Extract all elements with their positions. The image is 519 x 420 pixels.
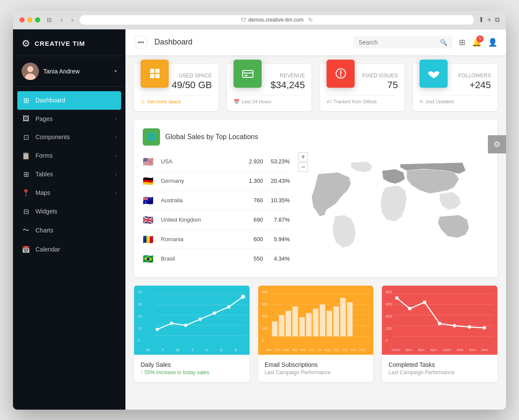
back-icon[interactable]: ‹ <box>58 16 65 24</box>
stat-cards: Used Space 49/50 GB ⚠ Get more space <box>134 64 497 111</box>
calendar-icon: 📅 <box>22 245 30 254</box>
sidebar-item-label: Charts <box>35 227 53 234</box>
chevron-right-icon: › <box>115 135 117 140</box>
svg-rect-33 <box>285 311 291 336</box>
svg-rect-35 <box>299 317 305 336</box>
components-icon: ⊡ <box>22 133 30 141</box>
svg-rect-40 <box>333 306 339 336</box>
zoom-out-icon[interactable]: − <box>298 162 308 172</box>
sidebar-item-maps[interactable]: 📍 Maps › <box>13 184 125 202</box>
country-name: Romania <box>161 236 248 242</box>
svg-point-50 <box>423 300 426 304</box>
forward-icon[interactable]: › <box>69 16 76 24</box>
chart-card-tasks: 8006004002000 <box>382 286 497 382</box>
content-area: Used Space 49/50 GB ⚠ Get more space <box>125 55 506 391</box>
sidebar-toggle-icon[interactable]: ⊟ <box>45 16 54 24</box>
notification-icon[interactable]: 🔔 5 <box>472 38 481 47</box>
chart-growth: ↑ 55% increase in today sales <box>141 369 243 375</box>
sidebar-item-label: Tables <box>35 171 53 178</box>
logo-text: CREATIVE TIM <box>35 40 85 47</box>
svg-point-48 <box>395 296 399 299</box>
svg-rect-4 <box>155 69 160 73</box>
flag-gb: 🇬🇧 <box>143 215 156 225</box>
user-profile[interactable]: Tania Andrew ▾ <box>13 56 125 87</box>
maximize-button[interactable] <box>35 17 40 22</box>
calendar-icon: 📅 <box>234 99 240 105</box>
location-row: 🇩🇪 Germany 1.300 20.43% <box>143 172 290 191</box>
location-row: 🇦🇺 Australia 760 10.35% <box>143 191 290 210</box>
svg-point-54 <box>483 326 486 329</box>
chart-y-labels: 8006004002000 <box>385 290 392 343</box>
flag-de: 🇩🇪 <box>143 176 156 186</box>
sidebar-item-charts[interactable]: 〜 Charts <box>13 221 125 240</box>
world-map-svg <box>298 160 489 260</box>
chart-info: Daily Sales ↑ 55% increase in today sale… <box>134 355 250 382</box>
duplicate-icon[interactable]: ⧉ <box>495 16 500 24</box>
svg-rect-5 <box>150 74 154 78</box>
dashboard-icon: ⊞ <box>22 96 30 105</box>
stat-footer: ⚠ Get more space <box>141 95 212 105</box>
sidebar-item-label: Maps <box>35 189 50 196</box>
close-button[interactable] <box>19 17 25 22</box>
logo-icon: ⚙ <box>22 38 30 49</box>
search-icon[interactable]: 🔍 <box>440 39 447 46</box>
stat-footer: 📅 Last 24 Hours <box>234 95 305 105</box>
sidebar-logo: ⚙ CREATIVE TIM <box>13 29 125 56</box>
stat-footer: 🏷 Tracked from Github <box>327 95 398 104</box>
location-row: 🇺🇸 USA 2.920 53.23% <box>143 152 290 172</box>
sidebar-item-calendar[interactable]: 📅 Calendar <box>13 240 125 259</box>
main-content: ⚙ ••• Dashboard 🔍 ⊞ 🔔 5 👤 <box>125 29 506 410</box>
chart-subtitle: Last Campaign Performance <box>388 369 491 375</box>
svg-point-12 <box>340 76 341 77</box>
chevron-right-icon: › <box>115 153 117 158</box>
stat-card-used-space: Used Space 49/50 GB ⚠ Get more space <box>134 64 218 111</box>
sidebar-item-tables[interactable]: ⊞ Tables › <box>13 165 125 184</box>
svg-rect-31 <box>272 321 277 336</box>
svg-point-19 <box>156 328 159 331</box>
settings-fab[interactable]: ⚙ <box>488 135 506 153</box>
tasks-chart <box>386 289 493 345</box>
section-header: 🌐 Global Sales by Top Locations <box>143 128 489 146</box>
widgets-icon: ⊟ <box>22 207 30 216</box>
svg-point-53 <box>468 325 471 328</box>
percent: 53.23% <box>268 158 290 165</box>
sidebar-item-dashboard[interactable]: ⊞ Dashboard <box>17 91 121 110</box>
sidebar-item-label: Widgets <box>35 208 58 215</box>
country-name: Germany <box>161 178 243 184</box>
chart-title: Daily Sales <box>141 361 243 368</box>
percent: 4.34% <box>268 255 290 262</box>
count: 550 <box>253 255 263 262</box>
share-icon[interactable]: ⬆ <box>478 16 484 24</box>
sidebar-item-widgets[interactable]: ⊟ Widgets <box>13 202 125 221</box>
country-name: USA <box>161 158 243 165</box>
grid-view-icon[interactable]: ⊞ <box>459 38 465 47</box>
sidebar-item-pages[interactable]: 🖼 Pages › <box>13 110 125 128</box>
search-input[interactable] <box>359 39 436 46</box>
shield-icon: 🛡 <box>241 17 246 23</box>
percent: 20.43% <box>268 178 290 184</box>
sidebar-item-components[interactable]: ⊡ Components › <box>13 128 125 146</box>
daily-sales-chart <box>138 289 245 345</box>
minimize-button[interactable] <box>27 17 32 22</box>
svg-rect-32 <box>279 315 284 336</box>
user-profile-icon[interactable]: 👤 <box>488 38 497 47</box>
stat-card-fixed-issues: Fixed Issues 75 🏷 Tracked from Github <box>320 64 404 111</box>
svg-rect-37 <box>313 309 318 336</box>
chart-subtitle: 55% increase in today sales <box>144 369 209 375</box>
location-row: 🇬🇧 United Kingdom 690 7.87% <box>143 210 290 230</box>
country-name: United Kingdom <box>161 216 248 223</box>
menu-button[interactable]: ••• <box>134 35 148 49</box>
pages-icon: 🖼 <box>22 115 30 123</box>
svg-point-22 <box>199 317 202 321</box>
chart-x-labels: MTWTFSS <box>138 347 245 354</box>
app-container: ⚙ CREATIVE TIM Tania Andrew ▾ ⊞ Dashbo <box>13 29 506 410</box>
section-title: Global Sales by Top Locations <box>165 133 258 141</box>
sidebar-item-forms[interactable]: 📋 Forms › <box>13 146 125 165</box>
svg-rect-9 <box>245 75 247 76</box>
sidebar-item-label: Dashboard <box>35 97 65 104</box>
new-tab-icon[interactable]: + <box>487 16 491 24</box>
chart-area-tasks: 8006004002000 <box>382 286 497 355</box>
stat-card-revenue: Revenue $34,245 📅 Last 24 Hours <box>227 64 311 111</box>
reload-icon[interactable]: ↻ <box>308 17 313 23</box>
zoom-in-icon[interactable]: + <box>298 152 308 162</box>
